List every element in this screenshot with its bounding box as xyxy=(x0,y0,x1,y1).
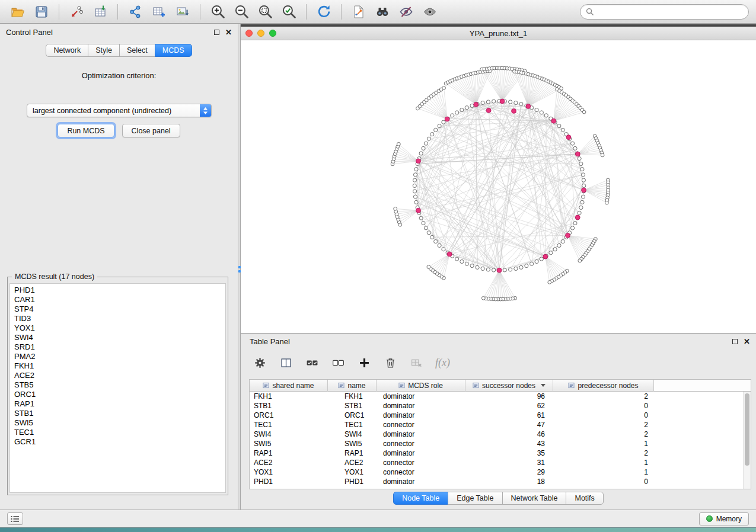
mcds-result-item[interactable]: SRD1 xyxy=(14,342,221,352)
show-details-button[interactable] xyxy=(419,2,441,21)
zoom-out-button[interactable] xyxy=(231,2,252,21)
table-row[interactable]: RAP1RAP1dominator352 xyxy=(250,448,751,458)
mcds-result-item[interactable]: TID3 xyxy=(14,314,221,323)
application-window: Control Panel ✕ NetworkStyleSelectMCDS O… xyxy=(0,0,756,528)
add-row-button[interactable] xyxy=(357,355,371,370)
show-panels-button[interactable] xyxy=(7,512,23,525)
network-window-titlebar[interactable]: YPA_prune.txt_1 xyxy=(241,27,756,40)
mcds-result-item[interactable]: STP4 xyxy=(14,305,221,314)
zoom-in-button[interactable] xyxy=(207,2,228,21)
tab-edge-table[interactable]: Edge Table xyxy=(448,492,502,505)
table-toolbar: f(x) xyxy=(247,350,750,376)
hide-details-button[interactable] xyxy=(395,2,417,21)
table-cell: YOX1 xyxy=(250,467,328,477)
zoom-fit-button[interactable] xyxy=(254,2,276,21)
table-row[interactable]: TEC1TEC1connector472 xyxy=(250,420,751,430)
deselect-all-icon xyxy=(332,357,344,369)
new-network-button[interactable] xyxy=(125,2,146,21)
search-input[interactable] xyxy=(597,8,743,16)
float-panel-icon[interactable] xyxy=(214,30,219,35)
close-panel-icon[interactable]: ✕ xyxy=(744,338,750,345)
mcds-result-title: MCDS result (17 nodes) xyxy=(12,273,97,281)
column-header-mcds-role[interactable]: MCDS role xyxy=(377,380,465,392)
new-table-button[interactable] xyxy=(148,2,170,21)
column-header-shared-name[interactable]: shared name xyxy=(250,380,328,392)
mcds-result-item[interactable]: TEC1 xyxy=(14,428,221,437)
scrollbar-thumb[interactable] xyxy=(745,393,749,466)
table-cell: 0 xyxy=(553,411,654,420)
table-row[interactable]: PHD1PHD1dominator180 xyxy=(250,477,751,486)
table-row[interactable]: STB1STB1dominator620 xyxy=(250,401,751,411)
column-header-predecessor-nodes[interactable]: predecessor nodes xyxy=(553,380,654,392)
table-row[interactable]: ACE2ACE2connector311 xyxy=(250,458,751,467)
table-cell: dominator xyxy=(377,430,465,439)
mcds-result-item[interactable]: FKH1 xyxy=(14,361,221,371)
show-column-panel-button[interactable] xyxy=(279,355,293,370)
mcds-result-item[interactable]: ORC1 xyxy=(14,390,221,399)
tab-network-table[interactable]: Network Table xyxy=(502,492,567,505)
table-row[interactable]: SWI5SWI5connector431 xyxy=(250,439,751,448)
export-image-button[interactable] xyxy=(172,2,193,21)
network-graph[interactable] xyxy=(241,40,756,333)
float-panel-icon[interactable] xyxy=(732,339,738,344)
mcds-result-item[interactable]: SWI5 xyxy=(14,418,221,428)
tab-network[interactable]: Network xyxy=(46,44,88,57)
apply-function-button[interactable]: f(x) xyxy=(435,355,450,370)
table-cell: 29 xyxy=(465,467,553,477)
memory-button[interactable]: Memory xyxy=(699,512,749,525)
run-mcds-button[interactable]: Run MCDS xyxy=(58,124,114,137)
tab-node-table[interactable]: Node Table xyxy=(393,492,448,505)
mcds-result-item[interactable]: GCR1 xyxy=(14,437,221,447)
table-cell: connector xyxy=(377,467,465,477)
refresh-button[interactable] xyxy=(313,2,334,21)
open-folder-button[interactable] xyxy=(7,2,28,21)
toolbar-separator xyxy=(200,4,200,20)
tab-style[interactable]: Style xyxy=(88,44,120,57)
delete-rows-button[interactable] xyxy=(383,355,397,370)
criterion-dropdown[interactable]: largest connected component (undirected) xyxy=(27,104,212,117)
tab-motifs[interactable]: Motifs xyxy=(566,492,603,505)
table-cell: 96 xyxy=(465,392,553,401)
table-scrollbar[interactable] xyxy=(743,392,751,489)
table-row[interactable]: ORC1ORC1dominator610 xyxy=(250,411,751,420)
mcds-result-item[interactable]: RAP1 xyxy=(14,399,221,409)
mcds-result-item[interactable]: STB5 xyxy=(14,380,221,390)
select-all-rows-button[interactable] xyxy=(305,355,319,370)
hide-columns-button[interactable] xyxy=(409,355,423,370)
tab-mcds[interactable]: MCDS xyxy=(155,44,192,57)
mcds-result-item[interactable]: SWI4 xyxy=(14,333,221,342)
search-network-button[interactable] xyxy=(372,2,393,21)
close-panel-button[interactable]: Close panel xyxy=(122,124,180,137)
table-cell: 2 xyxy=(553,430,654,439)
table-cell: RAP1 xyxy=(328,448,377,458)
table-row[interactable]: YOX1YOX1connector291 xyxy=(250,467,751,477)
mcds-result-list[interactable]: PHD1CAR1STP4TID3YOX1SWI4SRD1PMA2FKH1ACE2… xyxy=(9,283,226,493)
column-header-successor-nodes[interactable]: successor nodes xyxy=(465,380,553,392)
search-box[interactable] xyxy=(580,4,749,20)
mcds-result-item[interactable]: CAR1 xyxy=(14,295,221,305)
table-row[interactable]: FKH1FKH1dominator962 xyxy=(250,392,751,401)
mcds-result-item[interactable]: STB1 xyxy=(14,409,221,418)
save-icon xyxy=(34,5,49,19)
table-row[interactable]: SWI4SWI4dominator462 xyxy=(250,430,751,439)
network-canvas[interactable] xyxy=(241,40,756,333)
zoom-in-icon xyxy=(210,4,226,20)
mcds-result-item[interactable]: YOX1 xyxy=(14,323,221,333)
table-cell: ORC1 xyxy=(328,411,377,420)
import-network-button[interactable] xyxy=(66,2,87,21)
zoom-selected-button[interactable] xyxy=(278,2,299,21)
criterion-selected-value: largest connected component (undirected) xyxy=(27,107,200,115)
mcds-result-item[interactable]: ACE2 xyxy=(14,371,221,380)
close-panel-icon[interactable]: ✕ xyxy=(225,28,232,36)
deselect-all-rows-button[interactable] xyxy=(331,355,345,370)
table-settings-button[interactable] xyxy=(253,355,267,370)
zoom-fit-icon xyxy=(257,4,273,20)
column-header-name[interactable]: name xyxy=(328,380,377,392)
export-document-button[interactable] xyxy=(348,2,369,21)
tab-select[interactable]: Select xyxy=(119,44,155,57)
mcds-result-item[interactable]: PHD1 xyxy=(14,286,221,295)
import-table-button[interactable] xyxy=(90,2,111,21)
save-button[interactable] xyxy=(31,2,52,21)
table-cell: 0 xyxy=(553,477,654,486)
mcds-result-item[interactable]: PMA2 xyxy=(14,352,221,361)
